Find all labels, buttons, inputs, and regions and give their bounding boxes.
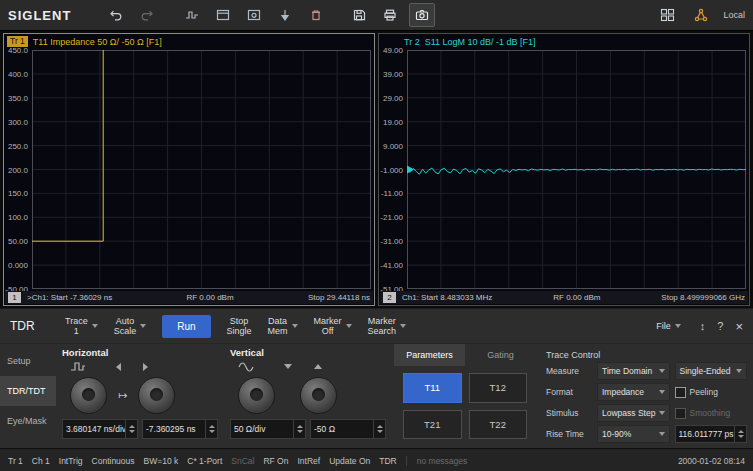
chevron-down-icon bbox=[292, 324, 298, 328]
chevron-down-icon bbox=[736, 369, 742, 373]
vertical-scale-field[interactable]: 50 Ω/div bbox=[230, 419, 306, 439]
save-button[interactable] bbox=[347, 4, 371, 26]
step-waveform-icon bbox=[70, 361, 86, 372]
menu-sublabel: Single bbox=[227, 326, 252, 336]
vertical-icons bbox=[230, 360, 386, 373]
marker-search-menu[interactable]: Marker Search bbox=[361, 314, 414, 338]
trace1-plot[interactable] bbox=[32, 50, 371, 289]
trace2-header: Tr 2 S11 LogM 10 dB/ -1 dB [F1] bbox=[382, 35, 747, 48]
port-button-t22[interactable]: T22 bbox=[469, 410, 528, 440]
vertical-position-knob[interactable] bbox=[300, 377, 337, 414]
trace-control-title: Trace Control bbox=[546, 347, 747, 362]
channel2-rf-readout: RF 0.00 dBm bbox=[553, 293, 600, 302]
risetime-value-field[interactable]: 116.011777 ps bbox=[675, 425, 748, 443]
marker-button[interactable] bbox=[273, 4, 297, 26]
sidebar-tab-setup[interactable]: Setup bbox=[0, 346, 56, 376]
channel1-footer: 1 >Ch1: Start -7.36029 ns RF 0.00 dBm St… bbox=[5, 291, 373, 304]
delete-button[interactable] bbox=[304, 4, 328, 26]
trace1-title: T11 Impedance 50 Ω/ -50 Ω [F1] bbox=[33, 37, 162, 47]
trace2-plot[interactable] bbox=[407, 50, 746, 289]
horizontal-scale-field[interactable]: 3.680147 ns/div bbox=[62, 419, 138, 439]
channel1-badge[interactable]: 1 bbox=[8, 292, 21, 303]
horizontal-position-value[interactable]: -7.360295 ns bbox=[143, 420, 205, 438]
level-up-icon[interactable] bbox=[314, 364, 322, 369]
sidebar-tab-eye-mask[interactable]: Eye/Mask bbox=[0, 406, 56, 436]
port-button-t11[interactable]: T11 bbox=[403, 373, 462, 403]
redo-button[interactable] bbox=[135, 4, 159, 26]
screenshot-button[interactable] bbox=[409, 3, 435, 27]
y-axis-label: 0.000 bbox=[8, 261, 28, 270]
math-button[interactable] bbox=[180, 4, 204, 26]
trace-window-button[interactable] bbox=[211, 4, 235, 26]
menu-label: Stop bbox=[230, 316, 249, 326]
local-mode-label: Local bbox=[723, 10, 745, 20]
siglent-logo: SIGLENT bbox=[8, 8, 71, 23]
undo-button[interactable] bbox=[104, 4, 128, 26]
vertical-position-field[interactable]: -50 Ω bbox=[310, 419, 386, 439]
spinner-control[interactable] bbox=[293, 420, 305, 438]
measure-dropdown[interactable]: Time Domain bbox=[597, 362, 670, 380]
peeling-checkbox[interactable] bbox=[675, 387, 686, 398]
calibration-window-button[interactable] bbox=[242, 4, 266, 26]
channel2-badge[interactable]: 2 bbox=[383, 292, 396, 303]
tab-parameters[interactable]: Parameters bbox=[394, 344, 465, 366]
vertical-scale-knob[interactable] bbox=[238, 377, 275, 414]
channel2-start-readout: Ch1: Start 8.483033 MHz bbox=[402, 293, 492, 302]
close-panel-button[interactable]: × bbox=[735, 319, 743, 334]
y-axis-label: 300.0 bbox=[8, 118, 28, 127]
y-axis-label: 19.00 bbox=[383, 118, 403, 127]
network-button[interactable] bbox=[689, 4, 713, 26]
trace1-header: Tr 1 T11 Impedance 50 Ω/ -50 Ω [F1] bbox=[7, 35, 372, 48]
spinner-control[interactable] bbox=[205, 420, 217, 438]
y-axis-label: -21.00 bbox=[380, 213, 403, 222]
mode-dropdown[interactable]: Single-Ended bbox=[675, 362, 748, 380]
status-item-c-1-port: C* 1-Port bbox=[187, 456, 222, 466]
level-down-icon[interactable] bbox=[284, 364, 292, 369]
stop-single-button[interactable]: Stop Single bbox=[220, 314, 259, 338]
horizontal-knobs: ↦ bbox=[62, 373, 218, 417]
trace2-badge[interactable]: Tr 2 bbox=[404, 37, 420, 47]
chevron-down-icon bbox=[659, 411, 665, 415]
chevron-down-icon bbox=[140, 324, 146, 328]
vertical-fields: 50 Ω/div -50 Ω bbox=[230, 419, 386, 439]
file-menu[interactable]: File bbox=[649, 319, 688, 333]
data-mem-menu[interactable]: Data Mem bbox=[261, 314, 305, 338]
auto-scale-menu[interactable]: Auto Scale bbox=[107, 314, 154, 338]
chevron-down-icon bbox=[346, 324, 352, 328]
horizontal-position-knob[interactable] bbox=[138, 377, 175, 414]
y-axis-label: -41.00 bbox=[380, 261, 403, 270]
stimulus-value: Lowpass Step bbox=[602, 408, 655, 418]
print-button[interactable] bbox=[378, 4, 402, 26]
toolbar-right: Local bbox=[655, 4, 745, 26]
risetime-range-dropdown[interactable]: 10-90% bbox=[597, 425, 670, 443]
spinner-control[interactable] bbox=[734, 426, 746, 442]
tab-gating[interactable]: Gating bbox=[465, 344, 536, 366]
save-icon bbox=[352, 8, 366, 22]
format-dropdown[interactable]: Impedance bbox=[597, 383, 670, 401]
network-icon bbox=[694, 8, 708, 22]
port-button-t12[interactable]: T12 bbox=[469, 373, 528, 403]
y-axis-label: 9.000 bbox=[383, 142, 403, 151]
run-button[interactable]: Run bbox=[162, 315, 210, 338]
display-layout-button[interactable] bbox=[655, 4, 679, 26]
sidebar-tab-tdr-tdt[interactable]: TDR/TDT bbox=[0, 376, 56, 406]
port-button-t21[interactable]: T21 bbox=[403, 410, 462, 440]
vertical-position-value[interactable]: -50 Ω bbox=[311, 420, 373, 438]
horizontal-scale-value[interactable]: 3.680147 ns/div bbox=[63, 420, 125, 438]
horizontal-scale-knob[interactable] bbox=[70, 377, 107, 414]
pan-right-icon[interactable] bbox=[143, 363, 148, 371]
risetime-value[interactable]: 116.011777 ps bbox=[676, 426, 735, 442]
y-axis-label: 29.00 bbox=[383, 94, 403, 103]
tdr-menu-bar: TDR Trace 1 Auto Scale Run Stop Single bbox=[0, 309, 753, 344]
horizontal-position-field[interactable]: -7.360295 ns bbox=[142, 419, 218, 439]
parameters-section: Parameters Gating T11T12T21T22 bbox=[392, 344, 538, 448]
stimulus-dropdown[interactable]: Lowpass Step bbox=[597, 404, 670, 422]
pan-left-icon[interactable] bbox=[116, 363, 121, 371]
vertical-scale-value[interactable]: 50 Ω/div bbox=[231, 420, 293, 438]
spinner-control[interactable] bbox=[373, 420, 385, 438]
help-button[interactable]: ? bbox=[717, 320, 723, 332]
spinner-control[interactable] bbox=[125, 420, 137, 438]
resize-panel-button[interactable]: ↕ bbox=[700, 320, 706, 332]
marker-off-menu[interactable]: Marker Off bbox=[307, 314, 359, 338]
trace-select-menu[interactable]: Trace 1 bbox=[58, 314, 105, 338]
